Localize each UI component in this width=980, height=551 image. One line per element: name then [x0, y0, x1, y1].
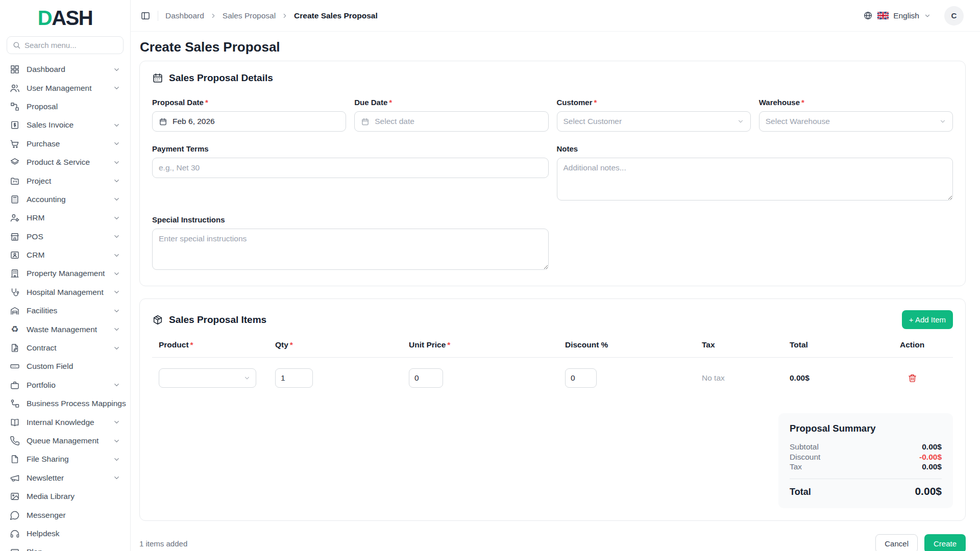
sidebar-item-file-sharing[interactable]: File Sharing	[5, 450, 125, 468]
warehouse-select[interactable]: Select Warehouse	[759, 111, 953, 132]
calculator-icon	[10, 194, 20, 205]
sidebar-item-media-library[interactable]: Media Library	[5, 487, 125, 506]
sidebar-item-messenger[interactable]: Messenger	[5, 506, 125, 524]
input-field-icon	[10, 361, 20, 371]
trash-icon	[908, 373, 917, 383]
sidebar-item-helpdesk[interactable]: Helpdesk	[5, 524, 125, 543]
logo-accent-letter: D	[38, 7, 52, 30]
sidebar-item-facilities[interactable]: Facilities	[5, 302, 125, 320]
qty-input[interactable]	[275, 368, 313, 388]
breadcrumb-dashboard[interactable]: Dashboard	[165, 11, 204, 20]
topbar: Dashboard Sales Proposal Create Sales Pr…	[131, 0, 980, 32]
chevron-down-icon	[113, 252, 120, 259]
summary-rows: Subtotal0.00$Discount-0.00$Tax0.00$	[790, 442, 942, 472]
sidebar-item-label: Plan	[27, 547, 42, 551]
chevron-down-icon	[113, 140, 120, 147]
payment-terms-label: Payment Terms	[152, 144, 549, 153]
sidebar-item-business-process-mappings[interactable]: Business Process Mappings	[5, 394, 125, 413]
headset-icon	[10, 529, 20, 539]
stethoscope-icon	[10, 287, 20, 297]
due-date-field-group: Due Date* Select date	[354, 98, 548, 132]
building-icon	[10, 268, 20, 279]
chevron-down-icon	[939, 118, 946, 125]
chevron-down-icon	[113, 418, 120, 426]
calendar-icon	[361, 117, 370, 126]
discount-input[interactable]	[565, 368, 597, 388]
sidebar-item-label: Sales Invoice	[27, 120, 74, 130]
due-date-label: Due Date	[354, 98, 387, 107]
notes-textarea[interactable]	[557, 158, 953, 201]
sidebar-item-accounting[interactable]: Accounting	[5, 190, 125, 209]
proposal-date-input[interactable]: Feb 6, 2026	[152, 111, 346, 132]
details-card: Sales Proposal Details Proposal Date* Fe…	[139, 61, 966, 286]
sidebar-item-label: Business Process Mappings	[27, 399, 126, 408]
column-header-unit-price: Unit Price*	[402, 340, 558, 349]
sidebar-item-crm[interactable]: CRM	[5, 246, 125, 264]
search-icon	[12, 41, 21, 49]
avatar[interactable]: C	[944, 6, 964, 26]
column-header-total: Total	[783, 340, 893, 349]
customer-select[interactable]: Select Customer	[557, 111, 751, 132]
sidebar-item-internal-knowledge[interactable]: Internal Knowledge	[5, 413, 125, 431]
special-instructions-label: Special Instructions	[152, 215, 549, 224]
sidebar-item-label: User Management	[27, 84, 92, 93]
sidebar-item-product-service[interactable]: Product & Service	[5, 153, 125, 171]
unit-price-input[interactable]	[409, 368, 443, 388]
payment-terms-field-group: Payment Terms	[152, 144, 549, 203]
breadcrumb-sales-proposal[interactable]: Sales Proposal	[223, 11, 276, 20]
sidebar-item-newsletter[interactable]: Newsletter	[5, 469, 125, 487]
card-icon	[10, 547, 20, 551]
payment-terms-input[interactable]	[152, 158, 549, 178]
proposal-summary: Proposal Summary Subtotal0.00$Discount-0…	[778, 413, 953, 508]
sidebar-item-user-management[interactable]: User Management	[5, 79, 125, 97]
sidebar-item-hrm[interactable]: HRM	[5, 209, 125, 227]
globe-icon	[863, 11, 873, 20]
sidebar-item-portfolio[interactable]: Portfolio	[5, 376, 125, 394]
item-row: No tax 0.00$	[152, 358, 953, 394]
cancel-button[interactable]: Cancel	[875, 534, 918, 551]
add-item-button[interactable]: + Add Item	[902, 310, 953, 329]
notes-label: Notes	[557, 144, 953, 153]
sidebar-item-property-management[interactable]: Property Management	[5, 264, 125, 283]
megaphone-icon	[10, 473, 20, 483]
sidebar-item-sales-invoice[interactable]: Sales Invoice	[5, 116, 125, 134]
sidebar-toggle-icon[interactable]	[140, 11, 151, 21]
package-icon	[152, 314, 163, 325]
delete-item-button[interactable]	[908, 373, 917, 383]
sidebar-item-hospital-management[interactable]: Hospital Management	[5, 283, 125, 302]
chevron-down-icon	[113, 437, 120, 445]
briefcase-icon	[10, 380, 20, 390]
chevron-down-icon	[113, 121, 120, 129]
chevron-down-icon	[113, 288, 120, 296]
column-header-discount: Discount %	[558, 340, 695, 349]
sidebar-item-purchase[interactable]: Purchase	[5, 135, 125, 153]
due-date-input[interactable]: Select date	[354, 111, 548, 132]
language-selector[interactable]: English	[863, 11, 931, 20]
sidebar-item-plan[interactable]: Plan	[5, 543, 125, 551]
sidebar-item-pos[interactable]: POS	[5, 228, 125, 246]
tax-value: No tax	[702, 373, 725, 382]
create-button[interactable]: Create	[924, 534, 966, 551]
footer-bar: 1 items added Cancel Create	[139, 534, 966, 551]
sidebar-item-custom-field[interactable]: Custom Field	[5, 357, 125, 375]
folder-icon	[10, 176, 20, 186]
sidebar-item-proposal[interactable]: Proposal	[5, 97, 125, 116]
sidebar-item-dashboard[interactable]: Dashboard	[5, 60, 125, 79]
store-icon	[10, 232, 20, 242]
recycle-icon: ♻	[10, 324, 20, 335]
breadcrumb: Dashboard Sales Proposal Create Sales Pr…	[165, 11, 378, 20]
sidebar-item-queue-management[interactable]: Queue Management	[5, 432, 125, 450]
sidebar-item-contract[interactable]: Contract	[5, 339, 125, 357]
sidebar-item-label: Facilities	[27, 306, 57, 315]
sidebar-item-project[interactable]: Project	[5, 171, 125, 190]
sidebar-item-label: Custom Field	[27, 362, 73, 371]
chevron-down-icon	[113, 548, 120, 551]
warehouse-icon	[10, 306, 20, 316]
special-instructions-textarea[interactable]	[152, 229, 549, 270]
sidebar-item-waste-management[interactable]: ♻Waste Management	[5, 320, 125, 338]
id-card-icon	[10, 250, 20, 260]
product-select[interactable]	[159, 368, 256, 388]
user-gear-icon	[10, 213, 20, 223]
search-input[interactable]	[7, 36, 124, 54]
warehouse-label: Warehouse	[759, 98, 800, 107]
